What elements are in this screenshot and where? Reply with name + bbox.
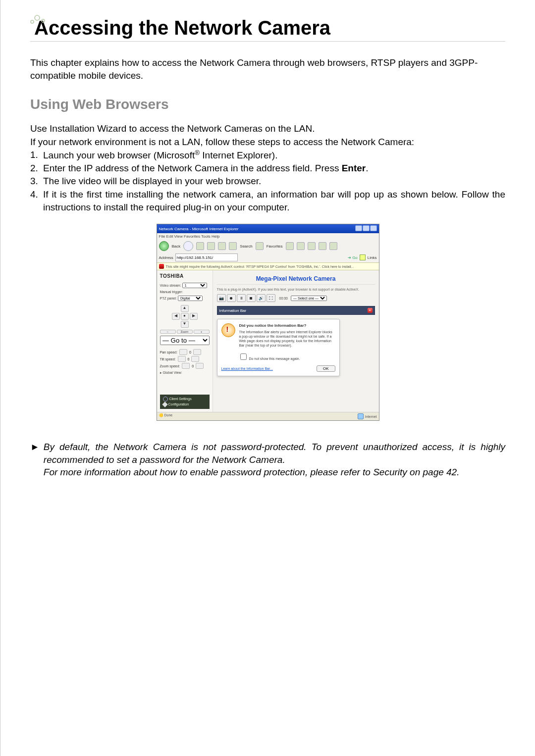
ie-titlebar: Network Camera - Microsoft Internet Expl… xyxy=(157,224,379,233)
pan-speed-value: 0 xyxy=(189,351,191,354)
back-label: Back xyxy=(172,244,181,249)
dont-show-again-checkbox[interactable] xyxy=(240,353,247,360)
embedded-screenshot: Network Camera - Microsoft Internet Expl… xyxy=(157,224,379,421)
home-icon[interactable] xyxy=(218,242,226,250)
ptz-up-button[interactable]: ▲ xyxy=(181,305,189,312)
step-number: 4. xyxy=(30,188,43,214)
plugin-notice: This is a plug-in (ActiveX). If you see … xyxy=(217,288,375,291)
go-button[interactable]: ➔ Go xyxy=(348,255,358,260)
ptz-right-button[interactable]: ▶ xyxy=(190,313,198,320)
ptz-pad: ▲ ◀●▶ ▼ – Zoom + — Go to — xyxy=(160,305,210,345)
goto-preset-select[interactable]: — Go to — xyxy=(160,336,210,345)
stop-icon[interactable]: ⏹ xyxy=(247,294,256,302)
configuration-link[interactable]: Configuration xyxy=(163,402,207,407)
tilt-speed-dec[interactable] xyxy=(178,356,186,362)
note-arrow-icon: ► xyxy=(30,441,40,454)
video-close-icon[interactable]: × xyxy=(368,308,373,313)
step-2: 2. Enter the IP address of the Network C… xyxy=(30,162,505,175)
pan-speed-inc[interactable] xyxy=(193,349,201,355)
note-line-1: By default, the Network Camera is not pa… xyxy=(44,442,505,465)
stream-select[interactable]: — Select one — xyxy=(291,296,327,301)
dialog-checkbox-row: Do not show this message again. xyxy=(238,352,335,361)
volume-icon[interactable]: 🔊 xyxy=(257,294,266,302)
wrench-icon xyxy=(162,402,167,407)
video-stream-select[interactable]: 1 xyxy=(182,283,207,288)
tilt-speed-value: 0 xyxy=(188,357,190,361)
ptz-home-button[interactable]: ● xyxy=(181,313,189,320)
step-text: The live video will be displayed in your… xyxy=(43,175,505,188)
camera-sidebar: TOSHIBA Video stream: 1 Manual trigger: … xyxy=(157,270,213,412)
video-placeholder-header: Information Bar × xyxy=(217,306,375,315)
zoom-in-button[interactable]: + xyxy=(194,330,210,334)
pan-speed-dec[interactable] xyxy=(179,349,187,355)
edit-icon[interactable] xyxy=(329,242,337,250)
ie-information-bar[interactable]: This site might require the following Ac… xyxy=(157,262,379,270)
bubbles-icon xyxy=(28,14,48,25)
ptz-down-button[interactable]: ▼ xyxy=(181,321,189,328)
ok-button[interactable]: OK xyxy=(317,365,335,372)
window-buttons[interactable] xyxy=(355,225,377,232)
search-icon[interactable] xyxy=(229,242,237,250)
media-icon[interactable] xyxy=(286,242,294,250)
address-input[interactable] xyxy=(175,253,238,261)
print-icon[interactable] xyxy=(319,242,326,250)
step-number: 3. xyxy=(30,175,43,188)
note-body: By default, the Network Camera is not pa… xyxy=(44,441,505,479)
step-text: If it is the first time installing the n… xyxy=(43,188,505,214)
note-block: ► By default, the Network Camera is not … xyxy=(30,441,505,479)
section-body: Use Installation Wizard to access the Ne… xyxy=(30,122,505,148)
ie-menubar[interactable]: File Edit View Favorites Tools Help xyxy=(157,233,379,240)
zoom-speed-dec[interactable] xyxy=(182,363,190,369)
zoom-speed-label: Zoom speed: xyxy=(160,364,180,368)
dialog-body: The Information Bar alerts you when Inte… xyxy=(239,330,335,348)
chapter-intro: This chapter explains how to access the … xyxy=(30,56,505,82)
svg-point-2 xyxy=(42,19,45,22)
favorites-icon[interactable] xyxy=(256,242,264,250)
address-label: Address xyxy=(159,255,173,260)
forward-button[interactable] xyxy=(183,241,193,251)
zoom-label: Zoom xyxy=(177,330,193,334)
pause-icon[interactable]: ⏸ xyxy=(237,294,246,302)
steps-list: 1. Launch your web browser (Microsoft® I… xyxy=(30,149,505,214)
snapshot-icon[interactable]: 📷 xyxy=(217,294,226,302)
learn-more-link[interactable]: Learn about the Information Bar... xyxy=(221,367,273,370)
video-stream-label: Video stream: xyxy=(160,284,181,287)
ie-statusbar: 🟡 Done Internet xyxy=(157,412,379,420)
links-icon[interactable] xyxy=(360,254,366,260)
mail-icon[interactable] xyxy=(308,242,316,250)
back-button[interactable] xyxy=(159,241,169,251)
zoom-out-button[interactable]: – xyxy=(160,330,176,334)
global-view-label: ▸ Global View: xyxy=(160,371,210,375)
minimize-icon[interactable] xyxy=(355,225,362,231)
chapter-title: Accessing the Network Camera xyxy=(34,17,505,39)
maximize-icon[interactable] xyxy=(363,225,370,231)
video-stream-row: Video stream: 1 xyxy=(160,283,210,288)
status-right: Internet xyxy=(358,413,377,419)
zoom-speed-inc[interactable] xyxy=(196,363,204,369)
step-number: 2. xyxy=(30,162,43,175)
shield-icon xyxy=(159,264,164,269)
svg-point-0 xyxy=(31,20,34,23)
ptz-panel-select[interactable]: Digital xyxy=(178,296,203,301)
client-settings-link[interactable]: Client Settings xyxy=(163,397,207,402)
stop-icon[interactable] xyxy=(196,242,204,250)
history-icon[interactable] xyxy=(297,242,305,250)
ptz-left-button[interactable]: ◀ xyxy=(172,313,180,320)
rec-icon[interactable]: ⏺ xyxy=(227,294,236,302)
registered-mark: ® xyxy=(195,149,200,156)
enter-key: Enter xyxy=(342,163,366,173)
zoom-speed-value: 0 xyxy=(192,364,194,368)
step-4: 4. If it is the first time installing th… xyxy=(30,188,505,214)
close-icon[interactable] xyxy=(370,225,377,231)
chapter-heading-wrap: Accessing the Network Camera xyxy=(30,17,505,42)
refresh-icon[interactable] xyxy=(207,242,215,250)
ie-content: TOSHIBA Video stream: 1 Manual trigger: … xyxy=(157,270,379,412)
fullscreen-icon[interactable]: ⛶ xyxy=(267,294,275,302)
tilt-speed-inc[interactable] xyxy=(191,356,199,362)
section-title-using-web-browsers: Using Web Browsers xyxy=(30,97,505,112)
paragraph: If your network environment is not a LAN… xyxy=(30,136,505,149)
favorites-label: Favorites xyxy=(267,244,283,249)
pan-speed-label: Pan speed: xyxy=(160,351,177,354)
tilt-speed-row: Tilt speed:0 xyxy=(160,356,210,362)
paragraph: Use Installation Wizard to access the Ne… xyxy=(30,122,505,135)
